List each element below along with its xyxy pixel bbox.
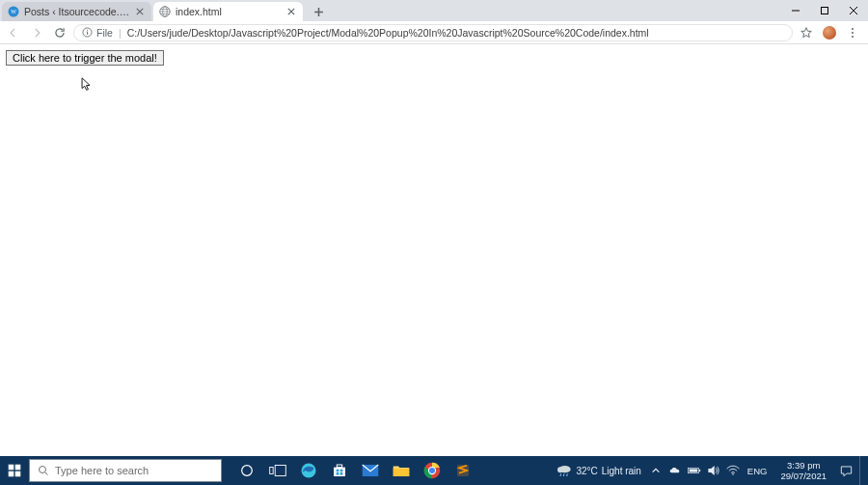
weather-icon xyxy=(556,464,572,477)
omnibox[interactable]: File | C:/Users/jude/Desktop/Javascript%… xyxy=(73,24,793,41)
cortana-button[interactable] xyxy=(231,456,262,485)
file-explorer-button[interactable] xyxy=(386,456,417,485)
mail-button[interactable] xyxy=(355,456,386,485)
task-view-icon xyxy=(269,464,286,477)
weather-desc: Light rain xyxy=(602,466,641,476)
svg-rect-36 xyxy=(689,469,697,472)
taskbar-pinned-apps xyxy=(231,456,478,485)
avatar-icon xyxy=(823,26,836,40)
tab-strip: W Posts ‹ Itsourcecode.com — Wo index.ht… xyxy=(0,0,328,21)
page-viewport: Click here to trigger the modal! xyxy=(0,44,868,456)
cortana-icon xyxy=(239,463,255,478)
svg-rect-25 xyxy=(340,472,343,475)
store-button[interactable] xyxy=(324,456,355,485)
tray-overflow-button[interactable] xyxy=(649,464,663,477)
store-icon xyxy=(332,463,347,478)
mail-icon xyxy=(362,464,379,477)
windows-logo-icon xyxy=(8,464,21,477)
file-icon xyxy=(159,6,171,17)
search-placeholder: Type here to search xyxy=(55,465,149,476)
svg-text:W: W xyxy=(11,9,16,14)
svg-rect-11 xyxy=(9,465,14,471)
chrome-menu-button[interactable] xyxy=(843,23,862,42)
sublime-button[interactable] xyxy=(448,456,478,485)
svg-rect-24 xyxy=(337,472,339,475)
svg-point-33 xyxy=(557,467,563,472)
battery-icon[interactable] xyxy=(688,464,701,477)
taskbar-clock[interactable]: 3:39 pm 29/07/2021 xyxy=(774,460,832,481)
action-center-button[interactable] xyxy=(838,456,854,485)
svg-point-30 xyxy=(429,468,435,473)
language-indicator[interactable]: ENG xyxy=(746,466,770,476)
tab-index-html[interactable]: index.html xyxy=(153,2,303,21)
show-desktop-button[interactable] xyxy=(859,456,864,485)
new-tab-button[interactable] xyxy=(309,3,328,20)
folder-icon xyxy=(393,464,410,477)
chrome-button[interactable] xyxy=(417,456,448,485)
svg-point-10 xyxy=(852,36,854,38)
wifi-icon[interactable] xyxy=(726,464,740,477)
site-info-button[interactable]: File xyxy=(82,27,113,39)
svg-rect-22 xyxy=(337,470,339,472)
sublime-icon xyxy=(455,463,471,478)
back-button[interactable] xyxy=(4,23,23,42)
clock-date: 29/07/2021 xyxy=(780,471,827,481)
svg-rect-6 xyxy=(87,32,88,35)
close-icon[interactable] xyxy=(134,6,146,17)
edge-button[interactable] xyxy=(293,456,324,485)
mouse-cursor-icon xyxy=(81,77,92,93)
reload-button[interactable] xyxy=(50,23,69,42)
svg-rect-35 xyxy=(699,470,700,472)
omnibox-separator: | xyxy=(119,27,122,39)
svg-rect-14 xyxy=(15,472,21,477)
system-tray: ENG 3:39 pm 29/07/2021 xyxy=(645,456,868,485)
close-icon[interactable] xyxy=(285,6,297,17)
window-close-button[interactable] xyxy=(839,0,868,21)
svg-point-37 xyxy=(732,473,734,475)
weather-temp: 32°C xyxy=(576,466,597,476)
url-text: C:/Users/jude/Desktop/Javascript%20Proje… xyxy=(127,27,784,39)
chrome-toolbar: File | C:/Users/jude/Desktop/Javascript%… xyxy=(0,21,868,44)
windows-taskbar: Type here to search 32°C Light ra xyxy=(0,456,868,485)
edge-icon xyxy=(300,462,317,479)
tab-label: Posts ‹ Itsourcecode.com — Wo xyxy=(24,6,134,17)
profile-avatar-button[interactable] xyxy=(820,23,839,42)
svg-rect-23 xyxy=(340,470,343,472)
onedrive-icon[interactable] xyxy=(668,464,682,477)
svg-rect-13 xyxy=(9,472,14,477)
weather-widget[interactable]: 32°C Light rain xyxy=(553,464,644,477)
window-controls xyxy=(781,0,868,21)
svg-point-8 xyxy=(852,27,854,29)
minimize-button[interactable] xyxy=(781,0,810,21)
svg-rect-4 xyxy=(822,8,828,14)
svg-rect-7 xyxy=(87,30,88,31)
chrome-icon xyxy=(423,462,441,479)
chrome-titlebar: W Posts ‹ Itsourcecode.com — Wo index.ht… xyxy=(0,0,868,21)
bookmark-star-button[interactable] xyxy=(797,23,816,42)
volume-icon[interactable] xyxy=(707,464,720,477)
tab-wordpress[interactable]: W Posts ‹ Itsourcecode.com — Wo xyxy=(2,2,151,21)
site-info-label: File xyxy=(96,27,113,39)
svg-rect-27 xyxy=(393,469,410,476)
svg-rect-21 xyxy=(337,465,341,468)
svg-rect-12 xyxy=(15,465,21,471)
wordpress-icon: W xyxy=(8,6,19,17)
svg-rect-18 xyxy=(275,465,285,475)
tab-label: index.html xyxy=(176,6,285,17)
maximize-button[interactable] xyxy=(810,0,839,21)
search-icon xyxy=(38,465,49,476)
svg-point-15 xyxy=(40,467,46,473)
info-icon xyxy=(82,27,93,38)
svg-rect-17 xyxy=(270,468,273,474)
svg-rect-20 xyxy=(334,468,345,476)
start-button[interactable] xyxy=(0,456,29,485)
taskbar-search-input[interactable]: Type here to search xyxy=(29,459,222,482)
forward-button[interactable] xyxy=(27,23,46,42)
clock-time: 3:39 pm xyxy=(780,460,827,471)
svg-point-16 xyxy=(242,466,253,476)
trigger-modal-button[interactable]: Click here to trigger the modal! xyxy=(6,50,164,66)
svg-point-9 xyxy=(852,32,854,34)
task-view-button[interactable] xyxy=(262,456,293,485)
